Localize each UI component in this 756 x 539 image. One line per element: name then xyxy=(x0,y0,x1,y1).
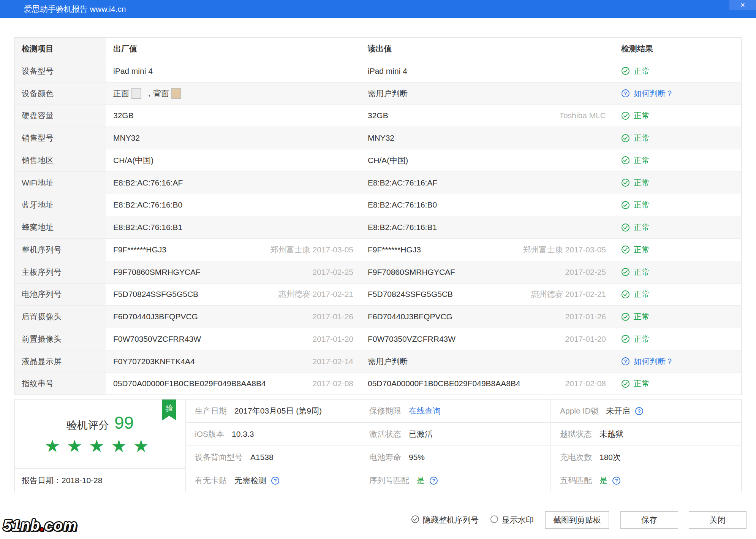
info-value: 是 xyxy=(599,475,607,486)
cell-value: F0Y707203KNFTK4A4 xyxy=(113,357,195,366)
show-watermark-label: 显示水印 xyxy=(502,515,534,525)
info-label: 电池寿命 xyxy=(369,452,401,463)
table-row: WiFi地址 E8:B2:AC:76:16:AF E8:B2:AC:76:16:… xyxy=(15,171,741,194)
row-result: 正常 xyxy=(613,261,741,283)
info-label: iOS版本 xyxy=(195,429,224,439)
table-row: 后置摄像头 F6D70440J3BFQPVCG2017-01-26 F6D704… xyxy=(15,305,741,328)
cell-value: E8:B2:AC:76:16:B1 xyxy=(113,223,182,232)
info-cell: 设备背面型号 A1538 xyxy=(186,446,360,469)
row-item-label: WiFi地址 xyxy=(15,172,106,194)
cell-value: 需用户判断 xyxy=(368,88,408,99)
cell-value: 需用户判断 xyxy=(368,356,408,367)
row-result: ?如何判断？ xyxy=(613,350,741,373)
svg-text:?: ? xyxy=(637,408,641,414)
row-result: 正常 xyxy=(613,127,741,149)
row-item-label: 设备型号 xyxy=(15,60,106,82)
color-swatch xyxy=(131,88,141,99)
help-icon[interactable]: ? xyxy=(635,407,644,415)
save-button[interactable]: 保存 xyxy=(620,511,678,529)
cell-value: iPad mini 4 xyxy=(368,67,407,76)
cell-note: 惠州德赛 2017-02-21 xyxy=(527,289,606,300)
result-normal-label: 正常 xyxy=(634,334,650,344)
cell-value: MNY32 xyxy=(113,133,140,143)
row-read-value: F6D70440J3BFQPVCG2017-01-26 xyxy=(360,306,613,328)
row-item-label: 后置摄像头 xyxy=(15,306,106,328)
screenshot-to-clipboard-button[interactable]: 截图到剪贴板 xyxy=(545,511,609,529)
row-read-value: E8:B2:AC:76:16:AF xyxy=(360,172,613,194)
check-circle-icon xyxy=(621,312,630,321)
info-value[interactable]: 在线查询 xyxy=(409,406,441,416)
cell-note: 2017-02-25 xyxy=(308,268,353,277)
cell-value: F9F70860SMRHGYCAF xyxy=(113,268,201,277)
svg-text:?: ? xyxy=(624,358,627,364)
table-row: 设备型号 iPad mini 4 iPad mini 4 正常 xyxy=(15,60,741,82)
cell-value: E8:B2:AC:76:16:B0 xyxy=(368,200,437,209)
how-to-judge-link[interactable]: 如何判断？ xyxy=(634,356,674,367)
cell-value: MNY32 xyxy=(368,133,394,143)
cell-note: 2017-01-20 xyxy=(561,334,606,344)
report-date-label: 报告日期： xyxy=(22,475,62,486)
info-cell: 越狱状态 未越狱 xyxy=(551,423,741,446)
info-cell: iOS版本 10.3.3 xyxy=(186,423,360,446)
help-icon[interactable]: ? xyxy=(271,476,280,485)
row-factory-value: E8:B2:AC:76:16:B1 xyxy=(106,216,360,238)
footer-controls: 隐藏整机序列号 显示水印 截图到剪贴板 保存 关闭 xyxy=(411,511,747,529)
row-item-label: 液晶显示屏 xyxy=(15,350,106,373)
hide-serial-checkbox[interactable]: 隐藏整机序列号 xyxy=(411,515,479,525)
svg-text:?: ? xyxy=(432,478,435,484)
info-cell: 电池寿命 95% xyxy=(360,446,550,469)
table-header-row: 检测项目 出厂值 读出值 检测结果 xyxy=(15,38,741,60)
check-circle-icon xyxy=(621,268,630,276)
row-factory-value: 正面，背面 xyxy=(106,82,360,105)
row-factory-value: F0Y707203KNFTK4A42017-02-14 xyxy=(106,350,360,373)
row-read-value: E8:B2:AC:76:16:B1 xyxy=(360,216,613,238)
info-cell: 生产日期 2017年03月05日 (第9周) xyxy=(186,399,360,423)
table-row: 销售地区 CH/A(中国) CH/A(中国) 正常 xyxy=(15,149,741,171)
show-watermark-radio[interactable]: 显示水印 xyxy=(490,515,534,525)
table-row: 主板序列号 F9F70860SMRHGYCAF2017-02-25 F9F708… xyxy=(15,261,741,283)
table-rows: 设备型号 iPad mini 4 iPad mini 4 正常 设备颜色 正面，… xyxy=(15,60,741,395)
info-value: 未开启 xyxy=(606,406,630,416)
row-factory-value: CH/A(中国) xyxy=(106,149,360,171)
help-icon[interactable]: ? xyxy=(612,476,621,485)
info-value: 2017年03月05日 (第9周) xyxy=(234,406,322,416)
color-swatch-label: 正面 xyxy=(113,88,129,99)
row-read-value: 32GBToshiba MLC xyxy=(360,105,613,127)
info-cell: 有无卡贴 无需检测 ? xyxy=(186,469,360,492)
close-button[interactable]: ✕ xyxy=(729,0,756,10)
result-normal-label: 正常 xyxy=(634,66,650,76)
row-item-label: 电池序列号 xyxy=(15,284,106,306)
score-value: 99 xyxy=(114,412,134,433)
row-item-label: 指纹串号 xyxy=(15,373,106,395)
row-factory-value: E8:B2:AC:76:16:AF xyxy=(106,172,360,194)
info-cell: 充电次数 180次 xyxy=(551,446,741,469)
check-circle-icon xyxy=(621,334,630,343)
table-row: 整机序列号 F9F******HGJ3郑州富士康 2017-03-05 F9F*… xyxy=(15,238,741,261)
row-factory-value: F0W70350VZCFRR43W2017-01-20 xyxy=(106,328,360,350)
result-normal-label: 正常 xyxy=(634,267,650,277)
info-value: A1538 xyxy=(250,453,274,462)
row-factory-value: F9F70860SMRHGYCAF2017-02-25 xyxy=(106,261,360,283)
check-circle-icon xyxy=(621,201,630,209)
summary-section: 验机评分 99 ★★★★★ 验 报告日期： 2018-10-28 生产日期 20… xyxy=(14,399,742,492)
info-label: Apple ID锁 xyxy=(560,406,599,416)
info-column: Apple ID锁 未开启 ? 越狱状态 未越狱 充电次数 180次 五码匹配 … xyxy=(550,399,741,492)
cell-value: F9F******HGJ3 xyxy=(368,245,421,254)
info-value: 已激活 xyxy=(409,429,433,439)
info-cell: 序列号匹配 是 ? xyxy=(360,469,550,492)
color-swatch xyxy=(171,88,181,99)
cell-value: E8:B2:AC:76:16:AF xyxy=(113,178,183,187)
cell-value: E8:B2:AC:76:16:B0 xyxy=(113,200,182,209)
close-report-button[interactable]: 关闭 xyxy=(689,511,747,529)
row-read-value: iPad mini 4 xyxy=(360,60,613,82)
cell-note: 郑州富士康 2017-03-05 xyxy=(519,244,606,255)
row-item-label: 销售型号 xyxy=(15,127,106,149)
window-title: 爱思助手验机报告 www.i4.cn xyxy=(24,0,126,18)
row-read-value: F0W70350VZCFRR43W2017-01-20 xyxy=(360,328,613,350)
how-to-judge-link[interactable]: 如何判断？ xyxy=(634,88,674,99)
cell-value: F0W70350VZCFRR43W xyxy=(113,334,201,344)
result-normal-label: 正常 xyxy=(634,133,650,143)
score-panel: 验机评分 99 ★★★★★ 验 报告日期： 2018-10-28 xyxy=(15,399,185,492)
help-icon[interactable]: ? xyxy=(429,476,438,485)
info-label: 越狱状态 xyxy=(560,429,592,439)
